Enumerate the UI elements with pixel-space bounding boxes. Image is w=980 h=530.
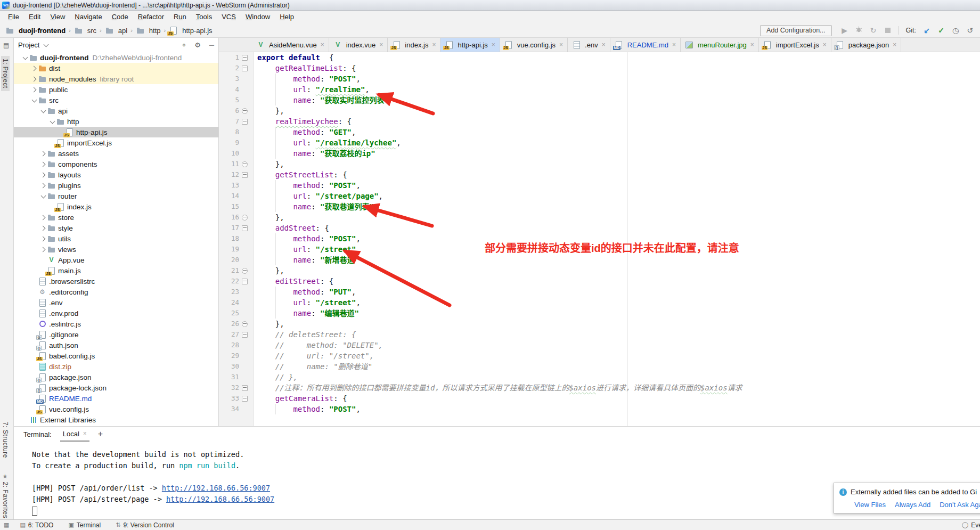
- breadcrumb-item-duoji-frontend[interactable]: duoji-frontend: [5, 27, 66, 35]
- fold-marker-icon[interactable]: [239, 319, 250, 329]
- fold-marker-icon[interactable]: [239, 52, 250, 63]
- chevron-right-icon[interactable]: [39, 173, 47, 177]
- chevron-down-icon[interactable]: [39, 110, 47, 112]
- menu-item-file[interactable]: File: [3, 11, 24, 23]
- chevron-down-icon[interactable]: [30, 99, 38, 102]
- fold-marker-icon[interactable]: [239, 393, 250, 404]
- menu-item-run[interactable]: Run: [169, 11, 191, 23]
- tree-item-main-js[interactable]: JSmain.js: [14, 265, 218, 276]
- hide-panel-icon[interactable]: ─: [209, 41, 214, 49]
- breadcrumb-item-api[interactable]: api: [105, 27, 127, 35]
- menu-item-edit[interactable]: Edit: [24, 11, 45, 23]
- tab-index-vue[interactable]: Vindex.vue×: [329, 38, 388, 52]
- status-event-log[interactable]: ◯ Event Log: [962, 521, 980, 529]
- tree-item-router[interactable]: router: [14, 191, 218, 201]
- chevron-right-icon[interactable]: [39, 184, 47, 187]
- fold-marker-icon[interactable]: [239, 276, 250, 287]
- chevron-right-icon[interactable]: [39, 152, 47, 156]
- rollback-icon[interactable]: ↺: [965, 26, 975, 35]
- tree-item-http-api-js[interactable]: JShttp-api.js: [14, 127, 218, 137]
- chevron-down-icon[interactable]: [39, 195, 47, 198]
- status-6-todo[interactable]: ▤6: TODO: [20, 521, 53, 529]
- fold-marker-icon[interactable]: [239, 116, 250, 127]
- fold-marker-icon[interactable]: [239, 223, 250, 233]
- menu-item-navigate[interactable]: Navigate: [70, 11, 107, 23]
- tab-close-icon[interactable]: ×: [432, 41, 436, 48]
- tab-asidemenu-vue[interactable]: VAsideMenu.vue×: [252, 38, 329, 52]
- fold-marker-icon[interactable]: [239, 105, 250, 116]
- tool-window-toggle-icon[interactable]: ▦: [4, 521, 9, 528]
- menu-item-vcs[interactable]: VCS: [217, 11, 241, 23]
- status-9-version-control[interactable]: ⇅9: Version Control: [116, 521, 174, 529]
- menu-item-tools[interactable]: Tools: [191, 11, 217, 23]
- terminal-link[interactable]: http://192.168.66.56:9007: [166, 495, 274, 503]
- tree-item-http[interactable]: http: [14, 116, 218, 127]
- tree-item-package-lock-json[interactable]: {}package-lock.json: [14, 382, 218, 393]
- tool-stripe-project[interactable]: 1: Project: [1, 56, 10, 91]
- tab-close-icon[interactable]: ×: [492, 41, 495, 48]
- chevron-right-icon[interactable]: [39, 248, 47, 251]
- tab-close-icon[interactable]: ×: [321, 41, 324, 48]
- tree-item-importexcel-js[interactable]: JSimportExcel.js: [14, 137, 218, 148]
- tree-item-auth-json[interactable]: {}auth.json: [14, 340, 218, 350]
- terminal-cursor[interactable]: [32, 507, 37, 516]
- tree-item-store[interactable]: store: [14, 212, 218, 223]
- tree-item-package-json[interactable]: {}package.json: [14, 372, 218, 382]
- debug-icon[interactable]: [854, 26, 864, 35]
- tree-item-index-js[interactable]: JSindex.js: [14, 201, 218, 212]
- chevron-right-icon[interactable]: [30, 77, 38, 81]
- tree-item-views[interactable]: views: [14, 244, 218, 255]
- project-panel-title[interactable]: Project: [18, 41, 39, 49]
- chevron-down-icon[interactable]: [21, 56, 29, 59]
- chevron-right-icon[interactable]: [39, 162, 47, 166]
- new-terminal-icon[interactable]: +: [98, 429, 103, 439]
- chevron-right-icon[interactable]: [39, 226, 47, 230]
- tab-close-icon[interactable]: ×: [750, 41, 754, 48]
- tree-item-env[interactable]: .env: [14, 297, 218, 308]
- fold-marker-icon[interactable]: [239, 329, 250, 340]
- menu-item-view[interactable]: View: [45, 11, 70, 23]
- tree-item-layouts[interactable]: layouts: [14, 169, 218, 180]
- project-tool-icon[interactable]: ▤: [3, 42, 9, 49]
- menu-item-code[interactable]: Code: [107, 11, 133, 23]
- tab-close-icon[interactable]: ×: [602, 41, 606, 48]
- tree-item-gitignore[interactable]: ⊘.gitignore: [14, 329, 218, 340]
- run-icon[interactable]: ▶: [840, 26, 850, 35]
- fold-marker-icon[interactable]: [239, 382, 250, 393]
- tree-item-env-prod[interactable]: .env.prod: [14, 308, 218, 319]
- stop-icon[interactable]: [885, 28, 891, 33]
- tree-item-utils[interactable]: utils: [14, 233, 218, 244]
- tree-item-components[interactable]: components: [14, 159, 218, 169]
- menu-item-refactor[interactable]: Refactor: [133, 11, 169, 23]
- chevron-right-icon[interactable]: [30, 67, 38, 70]
- history-icon[interactable]: ◷: [951, 26, 960, 35]
- chevron-right-icon[interactable]: [30, 88, 38, 92]
- locate-icon[interactable]: ⌖: [182, 41, 186, 50]
- tree-item-duoji-frontend[interactable]: duoji-frontendD:\zheheWeb\duoji-frontend: [14, 52, 218, 63]
- tab-close-icon[interactable]: ×: [559, 41, 563, 48]
- tree-item-app-vue[interactable]: VApp.vue: [14, 255, 218, 265]
- vcs-commit-icon[interactable]: ✓: [936, 26, 946, 35]
- tree-item-plugins[interactable]: plugins: [14, 180, 218, 191]
- tab-package-json[interactable]: {}package.json×: [831, 38, 902, 52]
- tree-item-readme-md[interactable]: MDREADME.md: [14, 393, 218, 404]
- tool-stripe-favorites[interactable]: ★2: Favorites: [1, 470, 10, 521]
- tab-env[interactable]: .env×: [568, 38, 610, 52]
- tree-item-external-libraries[interactable]: External Libraries: [14, 414, 218, 425]
- notification-action-always-add[interactable]: Always Add: [895, 501, 930, 509]
- tab-close-icon[interactable]: ×: [823, 41, 827, 48]
- tree-item-api[interactable]: api: [14, 105, 218, 116]
- notification-action-view-files[interactable]: View Files: [854, 501, 886, 509]
- breadcrumb-item-http[interactable]: http: [136, 27, 161, 35]
- breadcrumb-item-http-api-js[interactable]: JShttp-api.js: [169, 27, 212, 35]
- tab-importexcel-js[interactable]: JSimportExcel.js×: [759, 38, 831, 52]
- menu-item-help[interactable]: Help: [275, 11, 299, 23]
- fold-marker-icon[interactable]: [239, 63, 250, 74]
- status-terminal[interactable]: ▣Terminal: [68, 521, 101, 529]
- tree-item-babel-config-js[interactable]: JSbabel.config.js: [14, 350, 218, 361]
- vcs-update-icon[interactable]: ↙: [922, 26, 932, 35]
- tree-item-browserslistrc[interactable]: .browserslistrc: [14, 276, 218, 287]
- chevron-down-icon[interactable]: [42, 44, 50, 46]
- breadcrumb-item-src[interactable]: src: [74, 27, 96, 35]
- fold-marker-icon[interactable]: [239, 159, 250, 169]
